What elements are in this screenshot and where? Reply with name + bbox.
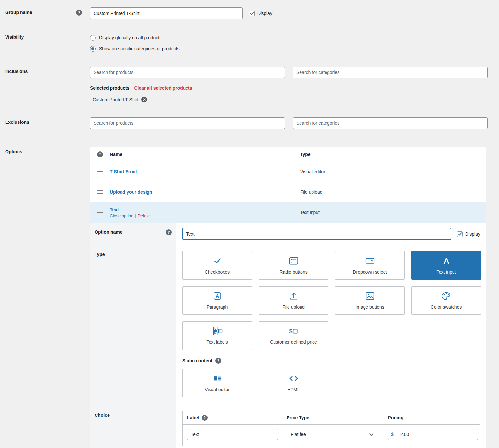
visibility-option-label: Display globally on all products xyxy=(99,35,161,40)
type-card-label: Color swatches xyxy=(431,304,462,310)
help-icon[interactable]: ? xyxy=(202,415,208,421)
svg-text:A: A xyxy=(443,257,449,265)
selected-products-label: Selected products xyxy=(90,85,129,91)
inclusions-row: Inclusions Selected products Clear all s… xyxy=(5,67,499,102)
static-content-label: Static content xyxy=(182,358,212,363)
option-display-toggle[interactable]: Display xyxy=(457,231,480,237)
choice-row: Flat fee $ xyxy=(183,425,480,446)
options-table-header: ? Name Type xyxy=(90,147,486,161)
radio-unchecked-icon[interactable] xyxy=(90,35,96,41)
svg-text:A: A xyxy=(216,293,219,299)
type-card-label: Customer defined price xyxy=(270,339,317,345)
type-card-label: Visual editor xyxy=(205,387,230,392)
drag-handle-icon[interactable] xyxy=(90,210,110,215)
exclusions-categories-search-input[interactable] xyxy=(293,117,488,129)
remove-product-icon[interactable] xyxy=(141,97,147,102)
group-display-toggle[interactable]: Display xyxy=(249,11,272,16)
price-type-value: Flat fee xyxy=(291,432,306,437)
choice-section-label: Choice xyxy=(95,413,110,418)
close-option-link[interactable]: Close option xyxy=(110,213,133,218)
choice-label-input[interactable] xyxy=(187,429,278,440)
radio-checked-icon[interactable] xyxy=(90,46,96,52)
type-card-image-buttons[interactable]: Image buttons xyxy=(335,286,405,315)
option-display-label: Display xyxy=(465,231,480,237)
type-card-dropdown-select[interactable]: Dropdown select xyxy=(335,251,405,280)
type-card-radio-buttons[interactable]: Radio buttons xyxy=(259,251,328,280)
drag-handle-icon[interactable] xyxy=(90,169,110,174)
options-table: ? Name Type T-Shirt Front Visual editor … xyxy=(90,147,486,448)
group-name-row: Group name ? Display xyxy=(5,7,499,19)
type-card-label: Checkboxes xyxy=(205,269,230,275)
choice-pricing-input[interactable] xyxy=(397,429,478,440)
palette-icon xyxy=(441,291,452,301)
choice-table: Label ? Price Type Pricing xyxy=(182,411,480,446)
checkbox-checked-icon[interactable] xyxy=(249,11,255,16)
option-type-text: File upload xyxy=(300,189,486,195)
option-name-link[interactable]: Text xyxy=(110,207,119,212)
exclusions-row: Exclusions xyxy=(5,117,499,129)
inclusions-categories-search-input[interactable] xyxy=(293,67,488,78)
option-name-input[interactable] xyxy=(182,228,451,240)
type-card-html[interactable]: HTML xyxy=(259,369,328,397)
visual-editor-icon xyxy=(212,374,223,384)
upload-icon xyxy=(288,291,299,301)
type-card-color-swatches[interactable]: Color swatches xyxy=(411,286,481,315)
type-card-visual-editor[interactable]: Visual editor xyxy=(182,369,252,397)
help-icon[interactable]: ? xyxy=(76,10,82,16)
type-card-label: Paragraph xyxy=(207,304,228,310)
letter-a-icon: A xyxy=(441,256,452,266)
type-card-label: File upload xyxy=(282,304,305,310)
dropdown-icon xyxy=(365,256,376,266)
column-header-type: Type xyxy=(300,152,486,157)
option-name-link[interactable]: T-Shirt Front xyxy=(110,169,137,174)
size-labels-icon: SML xyxy=(212,326,223,337)
inclusions-products-search-input[interactable] xyxy=(90,67,285,78)
chevron-down-icon xyxy=(369,432,373,437)
help-icon[interactable]: ? xyxy=(166,229,172,235)
delete-option-link[interactable]: Delete xyxy=(138,213,150,218)
type-card-label: Image buttons xyxy=(355,304,384,310)
checkbox-checked-icon[interactable] xyxy=(457,231,463,237)
type-card-paragraph[interactable]: A Paragraph xyxy=(182,286,252,315)
help-icon[interactable]: ? xyxy=(215,358,221,364)
group-display-label: Display xyxy=(257,11,272,16)
choice-column-label: Label xyxy=(187,415,199,420)
type-card-text-labels[interactable]: SML Text labels xyxy=(182,321,252,350)
type-card-file-upload[interactable]: File upload xyxy=(259,286,328,315)
choice-section: Choice Label ? Price Type Pricing xyxy=(90,406,486,448)
price-type-select[interactable]: Flat fee xyxy=(287,429,377,440)
options-row: Options ? Name Type T-Shirt Front Visual… xyxy=(5,147,499,448)
visibility-option-label: Show on specific categories or products xyxy=(99,46,179,51)
type-card-checkboxes[interactable]: Checkboxes xyxy=(182,251,252,280)
clear-selected-products-link[interactable]: Clear all selected products xyxy=(134,85,192,91)
help-icon[interactable]: ? xyxy=(97,151,103,157)
type-section: Type Checkboxes Radio buttons xyxy=(90,245,486,406)
option-type-text: Text input xyxy=(300,210,486,215)
currency-symbol: $ xyxy=(388,429,397,440)
exclusions-label: Exclusions xyxy=(5,120,29,125)
option-row-active: Text Close option|Delete Text input xyxy=(90,202,486,223)
type-card-text-input-selected[interactable]: A Text input xyxy=(411,251,481,280)
group-name-input[interactable] xyxy=(90,7,243,19)
divider: | xyxy=(135,213,136,218)
svg-text:M: M xyxy=(214,332,216,335)
option-name-link[interactable]: Upload your design xyxy=(110,189,152,195)
exclusions-products-search-input[interactable] xyxy=(90,117,285,129)
drag-handle-icon[interactable] xyxy=(90,190,110,194)
type-section-label: Type xyxy=(95,252,105,257)
price-icon: $ xyxy=(288,326,299,337)
visibility-label: Visibility xyxy=(5,34,24,40)
code-icon xyxy=(288,374,299,384)
type-card-label: Radio buttons xyxy=(279,269,307,275)
type-card-customer-defined-price[interactable]: $ Customer defined price xyxy=(259,321,328,350)
visibility-option-global[interactable]: Display globally on all products xyxy=(90,32,488,43)
type-card-label: Text labels xyxy=(206,339,228,345)
image-icon xyxy=(365,291,376,301)
selected-product-name: Custom Printed T-Shirt xyxy=(93,97,138,102)
visibility-option-specific[interactable]: Show on specific categories or products xyxy=(90,43,488,54)
svg-text:S: S xyxy=(214,327,216,330)
selected-product-tag: Custom Printed T-Shirt xyxy=(90,97,488,102)
radio-list-icon xyxy=(288,256,299,266)
option-row: Upload your design File upload xyxy=(90,182,486,202)
choice-column-price-type: Price Type xyxy=(287,415,309,420)
